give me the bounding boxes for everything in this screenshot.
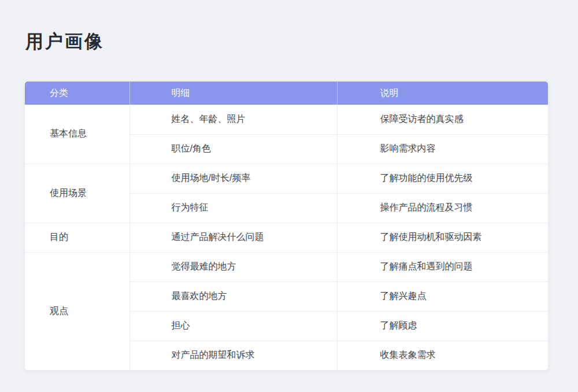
cell-detail: 行为特征 [129, 193, 337, 223]
cell-category: 使用场景 [25, 164, 129, 223]
cell-description: 了解痛点和遇到的问题 [337, 252, 548, 282]
cell-description: 影响需求内容 [337, 134, 548, 164]
table-row: 观点 觉得最难的地方 了解痛点和遇到的问题 [25, 252, 548, 282]
cell-detail: 使用场地/时长/频率 [129, 164, 337, 193]
cell-description: 保障受访者的真实感 [337, 105, 548, 134]
cell-category: 观点 [25, 252, 129, 370]
cell-detail: 姓名、年龄、照片 [129, 105, 337, 134]
cell-detail: 对产品的期望和诉求 [129, 341, 337, 370]
cell-detail: 通过产品解决什么问题 [129, 223, 337, 252]
table-header: 分类 明细 说明 [25, 82, 548, 105]
table-row: 目的 通过产品解决什么问题 了解使用动机和驱动因素 [25, 223, 548, 252]
cell-description: 了解兴趣点 [337, 282, 548, 311]
cell-description: 了解使用动机和驱动因素 [337, 223, 548, 252]
cell-detail: 觉得最难的地方 [129, 252, 337, 282]
column-header-category: 分类 [25, 82, 129, 105]
table-body: 基本信息 姓名、年龄、照片 保障受访者的真实感 职位/角色 影响需求内容 使用场… [25, 105, 548, 370]
header-row: 分类 明细 说明 [25, 82, 548, 105]
page-title: 用户画像 [25, 32, 578, 51]
column-header-description: 说明 [337, 82, 548, 105]
cell-description: 了解功能的使用优先级 [337, 164, 548, 193]
cell-category: 目的 [25, 223, 129, 252]
cell-detail: 职位/角色 [129, 134, 337, 164]
cell-detail: 担心 [129, 311, 337, 341]
cell-description: 操作产品的流程及习惯 [337, 193, 548, 223]
cell-category: 基本信息 [25, 105, 129, 164]
table-row: 基本信息 姓名、年龄、照片 保障受访者的真实感 [25, 105, 548, 134]
column-header-detail: 明细 [129, 82, 337, 105]
user-persona-card: 分类 明细 说明 基本信息 姓名、年龄、照片 保障受访者的真实感 职位/角色 影… [25, 82, 548, 370]
table-row: 使用场景 使用场地/时长/频率 了解功能的使用优先级 [25, 164, 548, 193]
user-persona-table: 分类 明细 说明 基本信息 姓名、年龄、照片 保障受访者的真实感 职位/角色 影… [25, 82, 548, 370]
cell-description: 了解顾虑 [337, 311, 548, 341]
cell-detail: 最喜欢的地方 [129, 282, 337, 311]
cell-description: 收集表象需求 [337, 341, 548, 370]
